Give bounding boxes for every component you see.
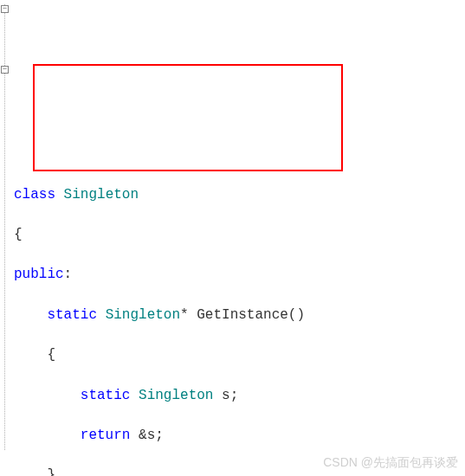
keyword: class: [14, 187, 55, 203]
code-text: [14, 307, 47, 323]
code-line: static Singleton s;: [14, 386, 465, 406]
fold-icon[interactable]: [1, 66, 9, 74]
code-line: {: [14, 345, 465, 365]
code-line: static Singleton* GetInstance(): [14, 306, 465, 325]
keyword: static: [81, 388, 131, 403]
code-text: [130, 388, 139, 403]
code-line: {: [14, 225, 465, 245]
code-text: :: [64, 267, 73, 282]
code-block: class Singleton { public: static Singlet…: [14, 165, 465, 477]
code-text: [14, 428, 81, 443]
type-name: Singleton: [55, 187, 139, 203]
code-text: {: [14, 347, 55, 363]
keyword: public: [14, 267, 64, 282]
code-text: &s;: [130, 428, 163, 443]
fold-icon[interactable]: [1, 5, 9, 13]
code-text: * GetInstance(): [180, 307, 305, 323]
code-text: }: [14, 467, 55, 476]
code-text: {: [14, 227, 23, 242]
keyword: return: [81, 428, 131, 443]
code-line: public:: [14, 265, 465, 285]
type-name: Singleton: [139, 388, 213, 403]
watermark: CSDN @先搞面包再谈爱: [323, 453, 458, 471]
keyword: static: [47, 307, 97, 323]
code-text: s;: [213, 388, 238, 403]
highlight-box: [33, 64, 343, 171]
type-name: Singleton: [106, 307, 180, 323]
code-text: [14, 388, 81, 403]
code-text: [97, 307, 106, 323]
code-line: return &s;: [14, 426, 465, 446]
code-line: class Singleton: [14, 185, 465, 205]
